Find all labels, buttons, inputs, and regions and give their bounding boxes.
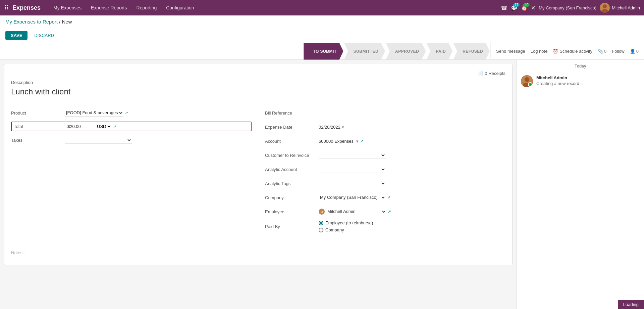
total-label: Total	[14, 124, 67, 129]
account-dropdown-icon[interactable]: ▾	[356, 139, 359, 144]
description-input[interactable]	[11, 87, 229, 98]
paid-by-row: Paid By Employee (to reimburse) Company	[265, 220, 505, 232]
expense-date-value: 02/28/2022 ▾	[319, 125, 505, 130]
apps-grid-icon[interactable]: ⠿	[4, 4, 9, 12]
analytic-tags-value	[319, 180, 505, 187]
product-external-link-icon[interactable]: ↗	[125, 111, 128, 115]
user-avatar	[600, 3, 610, 13]
discard-button[interactable]: DISCARD	[30, 31, 58, 40]
company-row: Company My Company (San Francisco) ↗	[265, 192, 505, 203]
form-content: 📄 0 Receipts Description Product	[4, 64, 513, 265]
chatter-author-name: Mitchell Admin	[536, 75, 640, 80]
chatter-author-avatar	[521, 75, 533, 87]
account-value: 600000 Expenses ▾ ↗	[319, 139, 505, 144]
save-button[interactable]: SAVE	[5, 31, 28, 40]
stage-approved[interactable]: APPROVED	[386, 43, 426, 60]
employee-select[interactable]: Mitchell Admin	[326, 208, 386, 215]
employee-value: M Mitchell Admin ↗	[319, 208, 505, 215]
total-amount: $20.00	[67, 124, 94, 129]
notes-input[interactable]: Notes...	[11, 250, 505, 255]
product-label: Product	[11, 111, 65, 116]
paid-by-value: Employee (to reimburse) Company	[319, 220, 505, 232]
bill-reference-label: Bill Reference	[265, 111, 319, 116]
analytic-account-select[interactable]	[319, 166, 386, 173]
analytic-tags-row: Analytic Tags	[265, 178, 505, 189]
description-label: Description	[11, 80, 505, 85]
employee-external-link-icon[interactable]: ↗	[388, 209, 391, 214]
stage-submitted[interactable]: SUBMITTED	[344, 43, 385, 60]
nav-expense-reports[interactable]: Expense Reports	[86, 0, 131, 15]
chatter-actions-bar: Send message Log note ⏰ Schedule activit…	[490, 43, 644, 60]
chat-icon[interactable]: 💬17	[511, 5, 518, 11]
app-title[interactable]: Expenses	[12, 4, 41, 11]
paid-by-employee-radio[interactable]	[319, 221, 323, 225]
chatter-today-label: Today	[517, 60, 644, 73]
paid-by-label: Paid By	[265, 224, 319, 229]
chat-badge: 17	[513, 3, 520, 7]
send-message-button[interactable]: Send message	[496, 49, 525, 54]
stage-refused[interactable]: REFUSED	[453, 43, 490, 60]
total-row: Total $20.00 USD ↗	[11, 122, 252, 131]
status-stages: TO SUBMIT SUBMITTED APPROVED PAID REFUSE…	[304, 43, 490, 60]
phone-icon[interactable]: ☎	[501, 5, 507, 11]
action-bar: SAVE DISCARD	[0, 28, 644, 43]
taxes-value	[65, 136, 252, 144]
analytic-account-label: Analytic Account	[265, 167, 319, 172]
customer-reinvoice-row: Customer to Reinvoice	[265, 150, 505, 161]
log-note-button[interactable]: Log note	[531, 49, 548, 54]
top-nav-right: ☎ 💬17 ⏰40 ✕ My Company (San Francisco) M…	[501, 3, 640, 13]
receipts-button[interactable]: 📄 0 Receipts	[478, 71, 505, 76]
analytic-account-row: Analytic Account	[265, 164, 505, 175]
company-select[interactable]: My Company (San Francisco)	[319, 194, 386, 201]
bill-reference-input[interactable]	[319, 109, 413, 116]
svg-point-4	[525, 77, 529, 82]
schedule-activity-button[interactable]: ⏰ Schedule activity	[553, 49, 592, 54]
analytic-tags-select[interactable]	[319, 180, 386, 187]
currency-select[interactable]: USD	[96, 124, 112, 129]
stage-to-submit[interactable]: TO SUBMIT	[304, 43, 343, 60]
product-select[interactable]: [FOOD] Food & beverages	[65, 109, 123, 117]
employee-avatar-small: M	[319, 209, 325, 215]
person-icon: 👤	[630, 49, 635, 54]
analytic-tags-label: Analytic Tags	[265, 181, 319, 186]
customer-reinvoice-select[interactable]	[319, 151, 386, 159]
user-menu[interactable]: Mitchell Admin	[600, 3, 640, 13]
clock-small-icon: ⏰	[553, 49, 558, 54]
taxes-row: Taxes	[11, 135, 252, 145]
analytic-account-value	[319, 166, 505, 173]
stage-paid[interactable]: PAID	[426, 43, 452, 60]
paid-by-employee-option[interactable]: Employee (to reimburse)	[319, 220, 373, 225]
nav-reporting[interactable]: Reporting	[132, 0, 162, 15]
clock-badge: 40	[523, 3, 530, 7]
company-external-link-icon[interactable]: ↗	[387, 195, 390, 200]
paid-by-company-option[interactable]: Company	[319, 227, 373, 232]
expense-date-label: Expense Date	[265, 125, 319, 130]
taxes-label: Taxes	[11, 138, 65, 143]
clock-icon[interactable]: ⏰40	[521, 5, 528, 11]
account-external-link-icon[interactable]: ↗	[360, 139, 363, 143]
form-two-columns: Product [FOOD] Food & beverages ↗ Total …	[11, 107, 505, 236]
currency-external-link-icon[interactable]: ↗	[113, 124, 116, 129]
customer-reinvoice-label: Customer to Reinvoice	[265, 153, 319, 158]
paid-by-company-radio[interactable]	[319, 228, 323, 232]
follow-button[interactable]: Follow	[612, 49, 625, 54]
form-area: 📄 0 Receipts Description Product	[0, 60, 517, 309]
employee-label: Employee	[265, 209, 319, 214]
company-name: My Company (San Francisco)	[539, 5, 596, 10]
calendar-dropdown-icon[interactable]: ▾	[342, 125, 344, 130]
breadcrumb-current: New	[62, 19, 72, 25]
nav-my-expenses[interactable]: My Expenses	[49, 0, 86, 15]
followers-count: 👤 0	[630, 49, 639, 54]
taxes-select[interactable]	[65, 136, 132, 144]
close-icon[interactable]: ✕	[531, 5, 535, 11]
expense-date-row: Expense Date 02/28/2022 ▾	[265, 122, 505, 132]
breadcrumb-parent[interactable]: My Expenses to Report	[5, 19, 58, 25]
username-label: Mitchell Admin	[612, 5, 640, 10]
nav-configuration[interactable]: Configuration	[161, 0, 199, 15]
paid-by-radio-group: Employee (to reimburse) Company	[319, 220, 373, 232]
receipts-bar: 📄 0 Receipts	[11, 71, 505, 76]
bill-reference-row: Bill Reference	[265, 107, 505, 118]
paperclip-icon: 📎	[598, 49, 603, 54]
chatter-message-text: Creating a new record...	[536, 81, 640, 86]
total-value: $20.00 USD ↗	[67, 124, 249, 129]
